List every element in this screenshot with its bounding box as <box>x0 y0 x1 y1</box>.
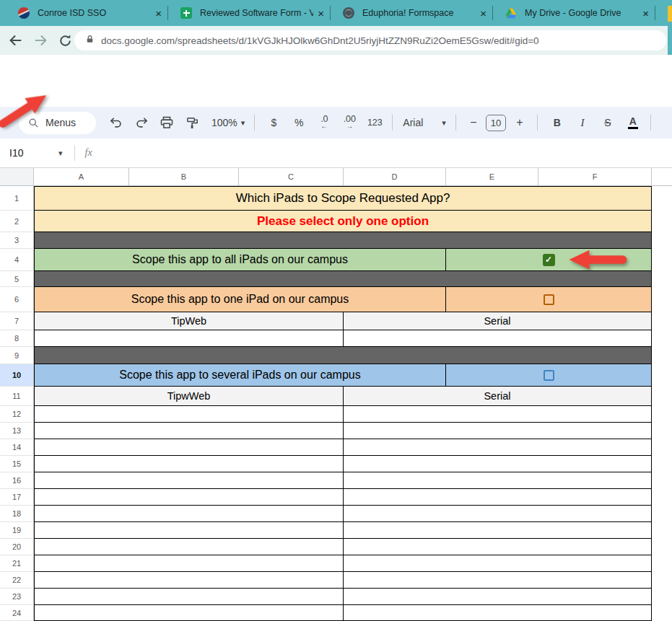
undo-icon[interactable] <box>108 113 124 132</box>
row-header-10[interactable]: 10 <box>0 364 34 387</box>
browser-tab[interactable]: Eduphoria! Formspace× <box>331 0 492 26</box>
chevron-down-icon[interactable]: ▾ <box>58 149 63 158</box>
name-box[interactable]: I10 <box>9 147 58 159</box>
paint-format-icon[interactable] <box>184 113 200 132</box>
italic-button[interactable]: I <box>575 113 590 132</box>
decrease-decimal-button[interactable]: .0← <box>316 113 332 132</box>
cell-left[interactable] <box>35 406 344 422</box>
format-percent-button[interactable]: % <box>291 113 307 132</box>
row-header-20[interactable]: 20 <box>0 539 34 555</box>
cell-right[interactable]: Serial <box>344 312 651 330</box>
cell-right[interactable] <box>344 522 651 538</box>
tab-close-icon[interactable]: × <box>318 7 324 19</box>
cell-left[interactable] <box>35 456 344 472</box>
cell-right[interactable] <box>344 472 651 488</box>
column-header-D[interactable]: D <box>344 168 446 185</box>
cell-left[interactable]: TipwWeb <box>35 387 344 405</box>
cell-left[interactable] <box>35 439 344 455</box>
cell-left[interactable]: TipWeb <box>35 312 344 330</box>
row-header-1[interactable]: 1 <box>0 186 34 211</box>
merged-cell[interactable]: Which iPads to Scope Requested App? <box>35 187 651 210</box>
option-label-cell[interactable]: Scope this app to one iPad on our campus <box>35 287 446 312</box>
increase-decimal-button[interactable]: .00→ <box>341 113 357 132</box>
merged-cell[interactable] <box>35 347 651 364</box>
checkbox-unchecked[interactable] <box>544 370 554 381</box>
reload-icon[interactable] <box>56 32 74 49</box>
increase-font-size-button[interactable]: + <box>512 113 528 132</box>
cell-right[interactable] <box>344 605 651 620</box>
cell-right[interactable] <box>344 439 651 455</box>
cell-right[interactable] <box>344 506 651 521</box>
row-header-22[interactable]: 22 <box>0 572 34 589</box>
cell-left[interactable] <box>35 506 344 521</box>
row-header-4[interactable]: 4 <box>0 249 34 271</box>
row-header-17[interactable]: 17 <box>0 489 34 506</box>
option-label-cell[interactable]: Scope this app to all iPads on our campu… <box>35 249 446 270</box>
row-header-7[interactable]: 7 <box>0 312 34 330</box>
cell-left[interactable] <box>35 539 344 555</box>
number-format-button[interactable]: 123 <box>367 113 383 132</box>
font-family-select[interactable]: Arial ▾ <box>403 117 446 128</box>
cell-left[interactable] <box>35 472 344 488</box>
row-header-5[interactable]: 5 <box>0 271 34 287</box>
row-header-12[interactable]: 12 <box>0 406 34 423</box>
cell-right[interactable] <box>344 572 651 588</box>
row-header-2[interactable]: 2 <box>0 211 34 232</box>
text-color-button[interactable]: A <box>625 113 641 132</box>
merged-cell[interactable] <box>35 271 651 286</box>
select-all-corner[interactable] <box>0 168 34 185</box>
cell-left[interactable] <box>35 330 344 346</box>
row-header-24[interactable]: 24 <box>0 605 34 621</box>
strikethrough-button[interactable]: S <box>600 113 616 132</box>
cell-right[interactable] <box>344 406 651 422</box>
bold-button[interactable]: B <box>549 113 565 132</box>
row-header-6[interactable]: 6 <box>0 287 34 312</box>
address-bar[interactable]: docs.google.com/spreadsheets/d/1kVGJkHJO… <box>74 30 666 50</box>
cell-left[interactable] <box>35 522 344 538</box>
column-header-B[interactable]: B <box>129 168 239 185</box>
row-header-23[interactable]: 23 <box>0 589 34 605</box>
cell-right[interactable] <box>344 456 651 472</box>
column-header-A[interactable]: A <box>34 168 129 185</box>
row-header-14[interactable]: 14 <box>0 439 34 456</box>
cell-left[interactable] <box>35 423 344 439</box>
cell-right[interactable] <box>344 539 651 555</box>
row-header-13[interactable]: 13 <box>0 423 34 439</box>
decrease-font-size-button[interactable]: − <box>466 113 481 132</box>
format-currency-button[interactable]: $ <box>266 113 282 132</box>
row-header-18[interactable]: 18 <box>0 506 34 522</box>
row-header-11[interactable]: 11 <box>0 387 34 406</box>
row-header-16[interactable]: 16 <box>0 472 34 489</box>
browser-tab[interactable]: My Drive - Google Drive× <box>493 0 655 26</box>
cell-right[interactable]: Serial <box>344 387 651 405</box>
column-header-E[interactable]: E <box>446 168 538 185</box>
cell-left[interactable] <box>35 489 344 505</box>
merged-cell[interactable] <box>35 232 651 248</box>
row-header-3[interactable]: 3 <box>0 232 34 249</box>
cell-left[interactable] <box>35 605 344 620</box>
print-icon[interactable] <box>159 113 175 132</box>
back-icon[interactable] <box>7 32 25 49</box>
redo-icon[interactable] <box>134 113 149 132</box>
browser-tab[interactable]: Reviewed Software Form - Ver.× <box>168 0 330 26</box>
cell-left[interactable] <box>35 572 344 588</box>
checkbox-checked[interactable]: ✓ <box>543 254 555 266</box>
cell-right[interactable] <box>344 330 651 346</box>
column-header-C[interactable]: C <box>239 168 344 185</box>
browser-tab[interactable]: Conroe ISD SSO× <box>6 0 167 26</box>
row-header-15[interactable]: 15 <box>0 456 34 472</box>
cell-right[interactable] <box>344 489 651 505</box>
tab-close-icon[interactable]: × <box>480 7 486 19</box>
tab-close-icon[interactable]: × <box>642 7 649 19</box>
forward-icon[interactable] <box>32 32 49 49</box>
merged-cell[interactable]: Please select only one option <box>35 211 651 232</box>
cell-right[interactable] <box>344 555 651 571</box>
column-header-F[interactable]: F <box>538 168 652 185</box>
row-header-9[interactable]: 9 <box>0 347 34 364</box>
cell-right[interactable] <box>344 423 651 439</box>
zoom-control[interactable]: 100% ▾ <box>211 117 245 128</box>
checkbox-unchecked[interactable] <box>544 294 554 305</box>
row-header-21[interactable]: 21 <box>0 555 34 572</box>
cell-right[interactable] <box>344 589 651 604</box>
cell-left[interactable] <box>35 555 344 571</box>
